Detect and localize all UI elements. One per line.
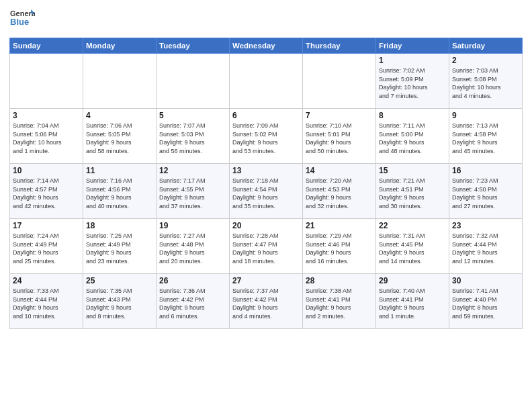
day-info: Sunrise: 7:28 AM Sunset: 4:47 PM Dayligh… — [232, 232, 300, 265]
day-number: 14 — [306, 166, 373, 175]
day-cell: 29Sunrise: 7:40 AM Sunset: 4:41 PM Dayli… — [376, 274, 449, 329]
day-number: 12 — [159, 166, 226, 175]
day-info: Sunrise: 7:40 AM Sunset: 4:41 PM Dayligh… — [379, 287, 446, 320]
day-info: Sunrise: 7:35 AM Sunset: 4:43 PM Dayligh… — [86, 287, 153, 320]
calendar-table: SundayMondayTuesdayWednesdayThursdayFrid… — [9, 38, 523, 329]
day-number: 23 — [452, 221, 519, 230]
day-number: 3 — [13, 111, 80, 120]
day-info: Sunrise: 7:03 AM Sunset: 5:08 PM Dayligh… — [452, 66, 519, 100]
day-number: 1 — [379, 56, 446, 65]
day-info: Sunrise: 7:07 AM Sunset: 5:03 PM Dayligh… — [159, 122, 226, 155]
day-number: 25 — [86, 276, 153, 285]
day-info: Sunrise: 7:02 AM Sunset: 5:09 PM Dayligh… — [379, 66, 446, 100]
day-number: 7 — [306, 111, 373, 120]
day-cell: 21Sunrise: 7:29 AM Sunset: 4:46 PM Dayli… — [303, 219, 376, 274]
day-cell: 13Sunrise: 7:18 AM Sunset: 4:54 PM Dayli… — [230, 164, 303, 219]
week-row-2: 3Sunrise: 7:04 AM Sunset: 5:06 PM Daylig… — [10, 109, 523, 164]
day-cell: 23Sunrise: 7:32 AM Sunset: 4:44 PM Dayli… — [449, 219, 523, 274]
day-info: Sunrise: 7:25 AM Sunset: 4:49 PM Dayligh… — [86, 232, 153, 265]
day-info: Sunrise: 7:41 AM Sunset: 4:40 PM Dayligh… — [452, 287, 519, 320]
day-number: 26 — [159, 276, 226, 285]
day-info: Sunrise: 7:13 AM Sunset: 4:58 PM Dayligh… — [452, 122, 519, 155]
day-number: 8 — [379, 111, 446, 120]
weekday-wednesday: Wednesday — [230, 38, 303, 54]
day-cell: 28Sunrise: 7:38 AM Sunset: 4:41 PM Dayli… — [303, 274, 376, 329]
weekday-saturday: Saturday — [449, 38, 523, 54]
weekday-monday: Monday — [83, 38, 157, 54]
day-info: Sunrise: 7:06 AM Sunset: 5:05 PM Dayligh… — [86, 122, 153, 155]
day-cell: 5Sunrise: 7:07 AM Sunset: 5:03 PM Daylig… — [157, 109, 230, 164]
day-info: Sunrise: 7:31 AM Sunset: 4:45 PM Dayligh… — [379, 232, 446, 265]
day-cell: 15Sunrise: 7:21 AM Sunset: 4:51 PM Dayli… — [376, 164, 449, 219]
day-cell — [230, 54, 303, 109]
day-number: 2 — [452, 56, 519, 65]
day-cell: 1Sunrise: 7:02 AM Sunset: 5:09 PM Daylig… — [376, 54, 449, 109]
day-number: 22 — [379, 221, 446, 230]
day-info: Sunrise: 7:16 AM Sunset: 4:56 PM Dayligh… — [86, 177, 153, 210]
weekday-header-row: SundayMondayTuesdayWednesdayThursdayFrid… — [10, 38, 523, 54]
day-cell: 11Sunrise: 7:16 AM Sunset: 4:56 PM Dayli… — [83, 164, 157, 219]
day-info: Sunrise: 7:32 AM Sunset: 4:44 PM Dayligh… — [452, 232, 519, 265]
day-cell: 20Sunrise: 7:28 AM Sunset: 4:47 PM Dayli… — [230, 219, 303, 274]
day-number: 16 — [452, 166, 519, 175]
day-number: 6 — [232, 111, 300, 120]
day-cell: 8Sunrise: 7:11 AM Sunset: 5:00 PM Daylig… — [376, 109, 449, 164]
day-number: 20 — [232, 221, 300, 230]
day-cell: 10Sunrise: 7:14 AM Sunset: 4:57 PM Dayli… — [10, 164, 83, 219]
day-number: 21 — [306, 221, 373, 230]
day-number: 19 — [159, 221, 226, 230]
day-cell — [303, 54, 376, 109]
day-info: Sunrise: 7:09 AM Sunset: 5:02 PM Dayligh… — [232, 122, 300, 155]
day-info: Sunrise: 7:23 AM Sunset: 4:50 PM Dayligh… — [452, 177, 519, 210]
day-info: Sunrise: 7:38 AM Sunset: 4:41 PM Dayligh… — [306, 287, 373, 320]
logo: General Blue — [9, 7, 35, 32]
day-number: 10 — [13, 166, 80, 175]
week-row-3: 10Sunrise: 7:14 AM Sunset: 4:57 PM Dayli… — [10, 164, 523, 219]
day-cell: 16Sunrise: 7:23 AM Sunset: 4:50 PM Dayli… — [449, 164, 523, 219]
day-info: Sunrise: 7:11 AM Sunset: 5:00 PM Dayligh… — [379, 122, 446, 155]
day-info: Sunrise: 7:33 AM Sunset: 4:44 PM Dayligh… — [13, 287, 80, 320]
day-info: Sunrise: 7:21 AM Sunset: 4:51 PM Dayligh… — [379, 177, 446, 210]
day-cell: 26Sunrise: 7:36 AM Sunset: 4:42 PM Dayli… — [157, 274, 230, 329]
day-cell: 30Sunrise: 7:41 AM Sunset: 4:40 PM Dayli… — [449, 274, 523, 329]
day-cell: 12Sunrise: 7:17 AM Sunset: 4:55 PM Dayli… — [157, 164, 230, 219]
day-cell: 4Sunrise: 7:06 AM Sunset: 5:05 PM Daylig… — [83, 109, 157, 164]
day-cell: 27Sunrise: 7:37 AM Sunset: 4:42 PM Dayli… — [230, 274, 303, 329]
day-info: Sunrise: 7:17 AM Sunset: 4:55 PM Dayligh… — [159, 177, 226, 210]
page-container: General Blue SundayMondayTuesdayWednesda… — [0, 0, 532, 336]
day-info: Sunrise: 7:24 AM Sunset: 4:49 PM Dayligh… — [13, 232, 80, 265]
day-cell: 2Sunrise: 7:03 AM Sunset: 5:08 PM Daylig… — [449, 54, 523, 109]
day-cell: 17Sunrise: 7:24 AM Sunset: 4:49 PM Dayli… — [10, 219, 83, 274]
weekday-tuesday: Tuesday — [157, 38, 230, 54]
day-cell: 7Sunrise: 7:10 AM Sunset: 5:01 PM Daylig… — [303, 109, 376, 164]
day-cell: 18Sunrise: 7:25 AM Sunset: 4:49 PM Dayli… — [83, 219, 157, 274]
day-cell: 24Sunrise: 7:33 AM Sunset: 4:44 PM Dayli… — [10, 274, 83, 329]
weekday-friday: Friday — [376, 38, 449, 54]
day-info: Sunrise: 7:10 AM Sunset: 5:01 PM Dayligh… — [306, 122, 373, 155]
day-info: Sunrise: 7:36 AM Sunset: 4:42 PM Dayligh… — [159, 287, 226, 320]
day-number: 27 — [232, 276, 300, 285]
day-cell: 6Sunrise: 7:09 AM Sunset: 5:02 PM Daylig… — [230, 109, 303, 164]
day-number: 18 — [86, 221, 153, 230]
day-number: 29 — [379, 276, 446, 285]
day-number: 24 — [13, 276, 80, 285]
day-cell — [10, 54, 83, 109]
day-cell — [157, 54, 230, 109]
day-cell: 9Sunrise: 7:13 AM Sunset: 4:58 PM Daylig… — [449, 109, 523, 164]
day-cell: 19Sunrise: 7:27 AM Sunset: 4:48 PM Dayli… — [157, 219, 230, 274]
day-number: 17 — [13, 221, 80, 230]
week-row-5: 24Sunrise: 7:33 AM Sunset: 4:44 PM Dayli… — [10, 274, 523, 329]
day-number: 5 — [159, 111, 226, 120]
weekday-thursday: Thursday — [303, 38, 376, 54]
logo-svg: General Blue — [9, 7, 35, 32]
day-number: 15 — [379, 166, 446, 175]
day-info: Sunrise: 7:20 AM Sunset: 4:53 PM Dayligh… — [306, 177, 373, 210]
header: General Blue — [9, 7, 523, 32]
day-number: 28 — [306, 276, 373, 285]
day-cell: 22Sunrise: 7:31 AM Sunset: 4:45 PM Dayli… — [376, 219, 449, 274]
day-cell: 25Sunrise: 7:35 AM Sunset: 4:43 PM Dayli… — [83, 274, 157, 329]
day-cell: 14Sunrise: 7:20 AM Sunset: 4:53 PM Dayli… — [303, 164, 376, 219]
day-info: Sunrise: 7:18 AM Sunset: 4:54 PM Dayligh… — [232, 177, 300, 210]
day-number: 11 — [86, 166, 153, 175]
day-cell — [83, 54, 157, 109]
